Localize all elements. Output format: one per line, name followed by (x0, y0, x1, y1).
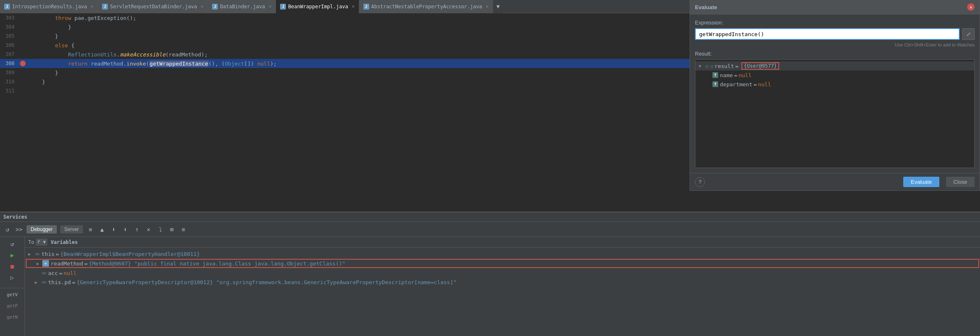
tab-close-icon[interactable]: ✕ (269, 4, 272, 9)
line-number: 306 (0, 42, 19, 48)
sidebar-stop[interactable]: ■ (7, 261, 17, 271)
var-type-icon: ○○ (41, 270, 47, 276)
result-eq: = (734, 72, 737, 78)
var-type-icon: = (42, 260, 49, 267)
bottom-content: ↺ ▶ ■ ▷ getV getP getN To F ▼ (0, 237, 980, 336)
dialog-title-bar: Evaluate ✕ (690, 0, 980, 15)
tab-close-icon[interactable]: ✕ (486, 4, 489, 9)
tab-close-icon[interactable]: ✕ (201, 4, 204, 9)
debugger-tab[interactable]: Debugger (27, 225, 57, 234)
result-row-name[interactable]: ▶ f name = null (695, 71, 974, 80)
result-eq: = (735, 63, 739, 69)
var-name-thispd: this.pd (48, 279, 71, 285)
sidebar-play[interactable]: ▶ (7, 250, 17, 260)
help-button[interactable]: ? (695, 177, 705, 187)
dialog-body: Expression: ⤢ Use Ctrl+Shift+Enter to ad… (690, 15, 980, 173)
line-code: else { (27, 42, 75, 49)
frame-prefix: To (28, 239, 34, 245)
evaluate-dialog: Evaluate ✕ Expression: ⤢ Use Ctrl+Shift+… (690, 0, 980, 191)
tab-beanwrapper[interactable]: J BeanWrapperImpl.java ✕ (276, 0, 359, 13)
var-name-this: this (41, 251, 54, 257)
result-label: Result: (695, 51, 975, 57)
var-type-icon: ○○ (34, 251, 41, 257)
left-sidebar: ↺ ▶ ■ ▷ getV getP getN (0, 237, 25, 336)
bottom-panel: Services ↺ >> Debugger Server ≡ ▲ ⬇ ⬆ ↑ … (0, 212, 980, 336)
line-code: } (27, 33, 58, 39)
breakpoint-icon[interactable] (20, 61, 26, 66)
settings-icon[interactable]: ≡ (179, 225, 188, 234)
tab-abstract[interactable]: J AbstractNestablePropertyAccessor.java … (359, 0, 493, 13)
java-icon: J (4, 4, 10, 10)
expression-input[interactable] (695, 28, 960, 40)
result-name: result (714, 63, 734, 69)
var-equals: = (59, 270, 62, 276)
step-out-icon[interactable]: ↑ (133, 225, 141, 234)
dialog-actions: Evaluate Close (903, 177, 975, 187)
result-name-value: null (739, 72, 751, 78)
tab-dropdown[interactable]: ▼ (493, 0, 503, 13)
var-equals: = (72, 279, 76, 285)
tab-databinder[interactable]: J DataBinder.java ✕ (208, 0, 276, 13)
variables-label: Variables (51, 239, 78, 245)
expand-expression-button[interactable]: ⤢ (962, 28, 975, 40)
line-code: } (27, 24, 71, 30)
refresh-icon[interactable]: ↺ (3, 225, 12, 234)
main-area: 303 throw pae.getException(); 304 } 305 … (0, 13, 980, 336)
var-value-this: {BeanWrapperImpl$BeanPropertyHandler@100… (60, 251, 200, 257)
expand-icon[interactable]: ▶ (37, 261, 42, 266)
tab-label: BeanWrapperImpl.java (288, 4, 348, 10)
var-row-thispd[interactable]: ▶ ○○ this.pd = {GenericTypeAwareProperty… (25, 278, 980, 287)
line-number: 308 (0, 61, 19, 66)
server-tab[interactable]: Server (60, 225, 83, 234)
var-type-icon: ○○ (41, 279, 47, 285)
sidebar-getp[interactable]: getP (7, 301, 17, 311)
line-number: 304 (0, 24, 19, 30)
field-icon: f (712, 72, 718, 78)
expand-icon[interactable]: ▶ (35, 280, 41, 285)
line-code: return readMethod.invoke(getWrappedInsta… (27, 61, 277, 67)
evaluate-icon[interactable]: ⤵ (156, 225, 164, 234)
expand-icon[interactable]: ▶ (28, 252, 34, 256)
java-icon: J (212, 4, 218, 10)
expression-row: ⤢ (695, 28, 975, 40)
line-number: 305 (0, 33, 19, 39)
expand-icon[interactable]: >> (15, 225, 23, 234)
tab-servlet[interactable]: J ServletRequestDataBinder.java ✕ (98, 0, 208, 13)
result-row-department[interactable]: ▶ f department = null (695, 80, 974, 89)
line-code: } (27, 79, 45, 85)
sidebar-getv[interactable]: getV (7, 290, 17, 299)
dialog-close-button[interactable]: ✕ (967, 3, 975, 11)
java-icon: J (102, 4, 108, 10)
line-number: 309 (0, 70, 19, 75)
resume-icon[interactable]: ▲ (98, 225, 106, 234)
result-department-field: department (720, 81, 752, 88)
table-icon[interactable]: ⊞ (168, 225, 176, 234)
var-row-this[interactable]: ▶ ○○ this = {BeanWrapperImpl$BeanPropert… (25, 249, 980, 258)
frame-selector[interactable]: To F ▼ (28, 239, 47, 246)
result-row-main[interactable]: ▼ ○ ○ result = {User@9577} (695, 61, 974, 71)
var-value-readmethod: {Method@9607} "public final native java.… (89, 261, 345, 267)
tab-label: ServletRequestDataBinder.java (110, 4, 197, 10)
step-over-icon[interactable]: ⬇ (110, 225, 118, 234)
variables-list: ▶ ○○ this = {BeanWrapperImpl$BeanPropert… (25, 248, 980, 336)
line-gutter (19, 61, 27, 66)
sidebar-getn[interactable]: getN (7, 312, 17, 322)
evaluate-button[interactable]: Evaluate (903, 177, 939, 187)
menu-icon[interactable]: ≡ (86, 225, 95, 234)
expand-result-icon[interactable]: ▼ (699, 64, 705, 68)
sidebar-run[interactable]: ▷ (7, 273, 17, 282)
tab-close-icon[interactable]: ✕ (91, 4, 94, 9)
line-code: } (27, 70, 58, 76)
dialog-footer: ? Evaluate Close (690, 173, 980, 190)
frame-value[interactable]: F ▼ (36, 239, 47, 246)
variables-area: To F ▼ Variables ▶ ○○ this = (25, 237, 980, 336)
var-row-acc[interactable]: ▶ ○○ acc = null (25, 268, 980, 278)
sidebar-refresh[interactable]: ↺ (7, 239, 17, 249)
tab-close-icon[interactable]: ✕ (352, 4, 355, 9)
step-into-icon[interactable]: ⬆ (121, 225, 129, 234)
var-row-readmethod[interactable]: ▶ = readMethod = {Method@9607} "public f… (26, 259, 979, 268)
run-to-cursor-icon[interactable]: ✕ (144, 225, 153, 234)
tab-introspection[interactable]: J IntrospectionResults.java ✕ (0, 0, 98, 13)
close-button[interactable]: Close (946, 177, 975, 187)
tab-label: IntrospectionResults.java (12, 4, 87, 10)
